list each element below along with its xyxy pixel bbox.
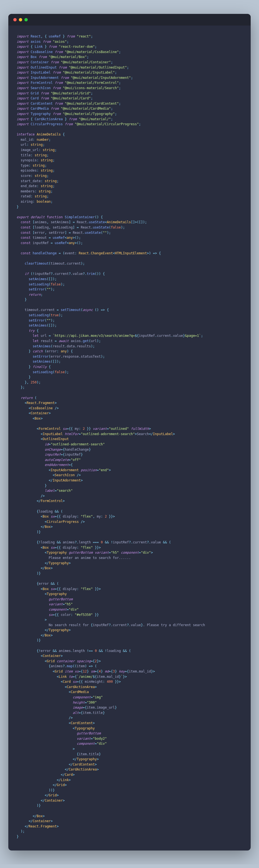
maximize-icon[interactable] (25, 18, 28, 21)
empty-state-text: Please enter an anime to search for.....… (49, 556, 131, 560)
code-content: import React, { useRef } from "react"; i… (8, 26, 251, 850)
code-window: import React, { useRef } from "react"; i… (8, 14, 251, 850)
input-label-text: Search (137, 432, 149, 436)
error-text-pre: No search result for (49, 623, 91, 627)
close-icon[interactable] (13, 18, 16, 21)
minimize-icon[interactable] (19, 18, 22, 21)
titlebar (8, 14, 251, 26)
error-text-suf: . Please try a different search (143, 623, 205, 627)
